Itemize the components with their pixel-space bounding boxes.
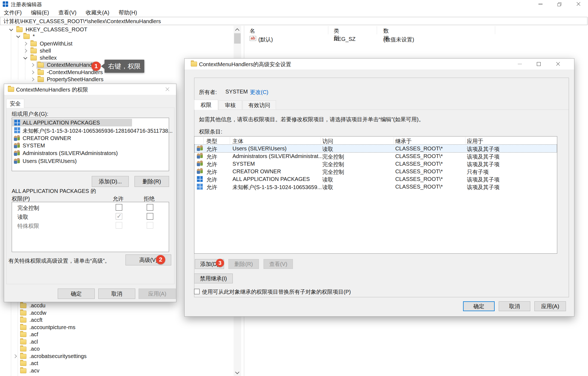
menu-edit[interactable]: 编辑(E) [31,9,49,16]
folder-icon [20,318,26,323]
tree-item-hkey-classes-root[interactable]: HKEY_CLASSES_ROOT [0,26,231,33]
window-title: 注册表编辑器 [11,1,42,8]
tree-item-act[interactable]: .act [0,360,231,367]
tab-security[interactable]: 安全 [6,99,24,108]
column-separator[interactable] [377,26,377,34]
chevron-right-icon[interactable] [13,354,17,358]
tree-item-accountpicture-ms[interactable]: .accountpicture-ms [0,324,231,331]
tree-item-acf[interactable]: .acf [0,331,231,338]
tree-item-acl[interactable]: .acl [0,338,231,345]
minimize-button[interactable] [532,0,549,8]
list-item[interactable]: Administrators (SILVER\Administrators) [12,149,167,157]
chevron-down-icon[interactable] [9,27,13,31]
folder-icon [23,34,30,39]
add-button[interactable]: 添加(D)... [92,176,129,187]
permission-entry-row[interactable]: 允许 Administrators (SILVER\Administrat...… [195,152,557,160]
folder-icon [20,311,26,316]
list-item[interactable]: Users (SILVER\Users) [12,157,167,165]
entry-principal: SYSTEM [232,161,255,167]
adv-close-button[interactable] [550,60,566,68]
entry-applies-to: 该项及其子项 [467,153,500,160]
permission-entry-row[interactable]: 允许 ALL APPLICATION PACKAGES 读取 CLASSES_R… [195,175,557,183]
folder-icon [20,347,26,351]
chevron-right-icon[interactable] [30,70,34,74]
chevron-right-icon[interactable] [30,77,34,81]
chevron-down-icon[interactable] [16,34,20,38]
tab-auditing[interactable]: 审核 [219,100,242,110]
tree-item-acv[interactable]: .acv [0,367,231,374]
close-button[interactable] [570,0,587,8]
users-icon [13,135,21,141]
tree-item-shell[interactable]: shell [0,47,231,54]
advanced-dialog-title: ContextMenuHandlers的高级安全设置 [199,61,291,68]
tree-item-aco[interactable]: .aco [0,345,231,353]
list-item[interactable]: 未知帐户(S-1-15-3-1024-1065365936-1281604716… [12,126,167,134]
app-packages-icon [197,176,203,182]
replace-child-permissions-checkbox[interactable] [194,289,200,294]
tree-item-acrobatsecuritysettings[interactable]: .acrobatsecuritysettings [0,353,231,360]
allow-read-checkbox[interactable] [116,213,122,220]
entry-principal: ALL APPLICATION PACKAGES [232,176,310,182]
change-owner-link[interactable]: 更改(C) [250,89,268,96]
permissions-dialog: ContextMenuHandlers 的权限 安全 组或用户名(G): ALL… [4,84,176,302]
tree-item-openwithlist[interactable]: OpenWithList [0,40,231,47]
advanced-security-dialog: ContextMenuHandlers的高级安全设置 所有者: SYSTEM 更… [184,58,574,317]
column-separator[interactable] [328,26,328,34]
permission-entry-row[interactable]: 允许 未知帐户(S-1-15-3-1024-10653659... 读取 CLA… [195,183,557,190]
menu-help[interactable]: 帮助(H) [119,9,137,16]
disable-inheritance-button[interactable]: 禁用继承(I) [194,274,233,283]
deny-read-checkbox[interactable] [147,213,153,220]
allow-full-control-checkbox[interactable] [116,204,122,211]
menu-file[interactable]: 文件(F) [4,9,22,16]
permission-entry-row[interactable]: 允许 CREATOR OWNER 完全控制 CLASSES_ROOT\* 只有子… [195,168,557,175]
list-item[interactable]: ALL APPLICATION PACKAGES [12,119,132,126]
scroll-up-icon[interactable] [235,28,240,33]
list-item[interactable]: CREATOR OWNER [12,134,167,142]
list-item[interactable]: SYSTEM [12,142,167,149]
col-access[interactable]: 访问 [322,138,333,145]
entry-inherited-from: CLASSES_ROOT\* [395,145,443,152]
entry-applies-to: 该项及其子项 [467,161,500,168]
chevron-right-icon[interactable] [30,63,34,67]
restore-button[interactable] [551,0,568,8]
entry-type: 允许 [206,145,217,153]
users-icon [13,150,21,156]
entry-access: 读取 [322,176,333,183]
col-applies-to[interactable]: 应用于 [467,138,483,145]
menu-favorites[interactable]: 收藏夹(A) [86,9,109,16]
chevron-right-icon[interactable] [23,42,27,46]
tree-item-accft[interactable]: .accft [0,317,231,324]
col-inherited-from[interactable]: 继承于 [395,138,412,145]
scroll-down-icon[interactable] [235,370,240,374]
ok-button[interactable]: 确定 [58,289,95,299]
cancel-button[interactable]: 取消 [98,289,135,299]
column-separator[interactable] [495,26,495,34]
permission-entry-row[interactable]: 允许 SYSTEM 完全控制 CLASSES_ROOT\* 该项及其子项 [195,160,557,168]
adv-ok-button[interactable]: 确定 [463,301,495,311]
address-bar[interactable]: 计算机\HKEY_CLASSES_ROOT\*\shellex\ContextM… [0,17,587,25]
col-principal[interactable]: 主体 [232,138,243,145]
deny-special-checkbox [147,222,153,229]
entry-inherited-from: CLASSES_ROOT\* [395,176,443,182]
deny-full-control-checkbox[interactable] [147,204,153,211]
tab-permissions[interactable]: 权限 [194,100,218,110]
adv-remove-button: 删除(R) [228,259,259,269]
adv-apply-button[interactable]: 应用(A) [534,301,566,311]
chevron-right-icon[interactable] [23,49,27,53]
tree-item-star[interactable]: * [0,33,231,40]
apply-button: 应用(A) [139,289,176,299]
value-row-default[interactable]: (默认) REG_SZ (数值未设置) [250,35,576,43]
menu-view[interactable]: 查看(V) [58,9,76,16]
chevron-down-icon[interactable] [23,56,27,59]
remove-button[interactable]: 删除(R) [134,176,169,187]
col-type[interactable]: 类型 [206,138,217,145]
adv-maximize-button[interactable] [531,60,546,68]
advanced-dialog-titlebar: ContextMenuHandlers的高级安全设置 [185,59,574,69]
entry-applies-to: 该项及其子项 [467,184,500,191]
permissions-close-button[interactable] [161,85,173,93]
folder-icon [20,303,26,308]
scrollbar-thumb[interactable] [234,33,241,44]
tab-effective-access[interactable]: 有效访问 [243,100,276,110]
permission-entry-row[interactable]: 允许 Users (SILVER\Users) 读取 CLASSES_ROOT\… [195,145,557,152]
adv-cancel-button[interactable]: 取消 [499,301,530,311]
